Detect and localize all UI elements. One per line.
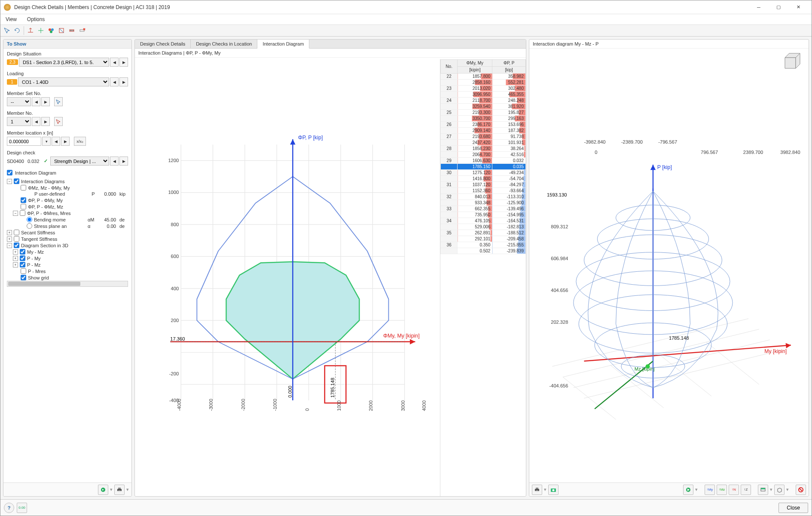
left-refresh-button[interactable] <box>98 485 108 495</box>
ds-next-button[interactable]: ▶ <box>119 58 128 67</box>
tree-chk-p-mz[interactable] <box>21 204 26 209</box>
dc-prev-button[interactable]: ◀ <box>110 157 119 166</box>
table-row[interactable]: 281858.23038.264 <box>441 146 526 152</box>
loc-prev-button[interactable]: ◀ <box>52 137 60 146</box>
table-row[interactable]: 3350.700299.163 <box>441 116 526 122</box>
viewcube[interactable] <box>778 51 804 73</box>
co-next-button[interactable]: ▶ <box>119 77 128 86</box>
table-row[interactable]: 529.006-182.813 <box>441 224 526 230</box>
tb-rebar-icon[interactable] <box>67 26 76 35</box>
mset-pick-button[interactable] <box>54 97 63 106</box>
table-row[interactable]: 3259.540381.920 <box>441 104 526 110</box>
table-row[interactable]: 34476.105-164.531 <box>441 218 526 224</box>
table-row[interactable]: 0.502-239.839 <box>441 248 526 254</box>
table-row[interactable]: 301275.120-49.234 <box>441 170 526 176</box>
table-row[interactable]: 735.950-154.995 <box>441 212 526 218</box>
tree-toggle-secant[interactable]: + <box>7 230 12 235</box>
loc-dropdown-button[interactable]: ▾ <box>42 137 51 146</box>
tb-sync-icon[interactable] <box>12 26 22 35</box>
tree-toggle-pmy[interactable]: + <box>13 256 18 261</box>
left-hscroll[interactable] <box>7 281 128 287</box>
r-camera-button[interactable] <box>548 485 559 495</box>
tree-chk-3d[interactable] <box>14 243 19 248</box>
table-row[interactable]: 232013.020302.480 <box>441 86 526 92</box>
tree-toggle-3d[interactable]: − <box>7 243 12 248</box>
r-3d-button[interactable] <box>774 485 785 495</box>
tree-chk-root[interactable] <box>14 178 19 184</box>
tree-toggle-tangent[interactable]: + <box>7 236 12 242</box>
table-row[interactable]: 1785.1500.035 <box>441 164 526 170</box>
r-view-mz-button[interactable]: ↑Mz <box>717 485 727 495</box>
loc-xx-button[interactable]: x/x₀ <box>74 137 86 146</box>
mset-prev-button[interactable]: ◀ <box>32 97 40 106</box>
table-row[interactable]: 3096.950465.355 <box>441 92 526 98</box>
tab-interaction[interactable]: Interaction Diagram <box>257 40 309 49</box>
table-row[interactable]: 291606.6300.032 <box>441 158 526 164</box>
tree-chk-tangent[interactable] <box>14 236 19 242</box>
tb-clear-icon[interactable] <box>77 26 87 35</box>
r-reset-button[interactable] <box>796 485 806 495</box>
r-display-button[interactable] <box>758 485 768 495</box>
table-row[interactable]: 292.101-209.458 <box>441 236 526 242</box>
tree-radio-bending[interactable] <box>27 217 32 222</box>
chart-2d[interactable]: ΦP, P [kip] ΦMy, My [kipin] 1785.148 0.0… <box>135 59 440 496</box>
tb-moment-icon[interactable] <box>26 26 35 35</box>
tree-radio-stress[interactable] <box>27 223 32 229</box>
units-button[interactable]: 0.00 <box>17 503 27 513</box>
minimize-button[interactable]: ─ <box>749 1 769 14</box>
r-view-n-button[interactable]: ↑N <box>729 485 739 495</box>
tree-chk-secant[interactable] <box>14 230 19 235</box>
table-row[interactable]: 242118.700248.248 <box>441 98 526 104</box>
table-row[interactable]: 262386.170153.696 <box>441 122 526 128</box>
ds-prev-button[interactable]: ◀ <box>110 58 119 67</box>
tree-toggle-root[interactable]: − <box>7 179 12 184</box>
design-check-select[interactable]: Strength Design | ... <box>50 157 109 166</box>
co-prev-button[interactable]: ◀ <box>110 77 119 86</box>
maximize-button[interactable]: ▢ <box>769 1 788 14</box>
tree-toggle-mres[interactable]: − <box>13 211 18 216</box>
member-location-input[interactable] <box>7 137 41 146</box>
tree-chk-pmz[interactable] <box>20 262 25 267</box>
tree-chk-p-mres[interactable] <box>20 210 25 216</box>
tree-toggle-pmz[interactable]: + <box>13 262 18 267</box>
table-row[interactable]: 933.348-125.900 <box>441 200 526 206</box>
help-button[interactable]: ? <box>4 503 14 513</box>
chart-3d[interactable]: P [kip] My [kipin] Mz [kipin] <box>529 49 809 482</box>
table-row[interactable]: 272193.68091.738 <box>441 134 526 140</box>
tree-chk-grid[interactable] <box>21 275 26 280</box>
menu-view[interactable]: View <box>4 15 18 23</box>
table-row[interactable]: 360.350-215.855 <box>441 242 526 248</box>
left-print-button[interactable] <box>114 485 125 495</box>
table-row[interactable]: 311037.120-84.297 <box>441 182 526 188</box>
close-window-button[interactable]: ✕ <box>788 1 808 14</box>
r-view-iso-button[interactable]: ↑Z <box>741 485 751 495</box>
tree-chk-pmy[interactable] <box>20 255 25 261</box>
table-row[interactable]: 35262.891-188.512 <box>441 230 526 236</box>
member-no-select[interactable]: 1 <box>7 117 31 126</box>
tree-chk-mymz[interactable] <box>20 249 25 255</box>
tb-pointer-icon[interactable] <box>2 26 12 35</box>
design-situation-select[interactable]: DS1 - Section 2.3 (LRFD), 1. to 5. <box>19 58 109 67</box>
loading-select[interactable]: CO1 - 1.40D <box>18 77 109 86</box>
table-row[interactable]: 1416.800-54.704 <box>441 176 526 182</box>
menu-options[interactable]: Options <box>25 15 46 23</box>
tree-toggle-mymz[interactable]: + <box>13 249 18 255</box>
tree-chk-mz-my[interactable] <box>21 185 26 190</box>
table-row[interactable]: 32840.013-113.310 <box>441 194 526 200</box>
tab-location[interactable]: Design Checks in Location <box>191 40 257 48</box>
tb-axis-icon[interactable] <box>36 26 46 35</box>
loc-next-button[interactable]: ▶ <box>61 137 70 146</box>
interaction-diagram-checkbox[interactable] <box>7 170 12 175</box>
table-row[interactable]: 1152.360-93.664 <box>441 188 526 194</box>
table-row[interactable]: 33662.355-139.496 <box>441 206 526 212</box>
mno-next-button[interactable]: ▶ <box>41 117 50 126</box>
tb-colors-icon[interactable] <box>46 26 56 35</box>
table-row[interactable]: 252193.300195.827 <box>441 110 526 116</box>
table-row[interactable]: 2064.70042.516 <box>441 152 526 158</box>
table-row[interactable]: 2437.420101.931 <box>441 140 526 146</box>
close-button[interactable]: Close <box>778 503 808 513</box>
mset-next-button[interactable]: ▶ <box>41 97 50 106</box>
r-view-my-button[interactable]: ↑My <box>705 485 715 495</box>
table-row[interactable]: 221857.800358.982 <box>441 74 526 80</box>
r-print-button[interactable] <box>532 485 542 495</box>
